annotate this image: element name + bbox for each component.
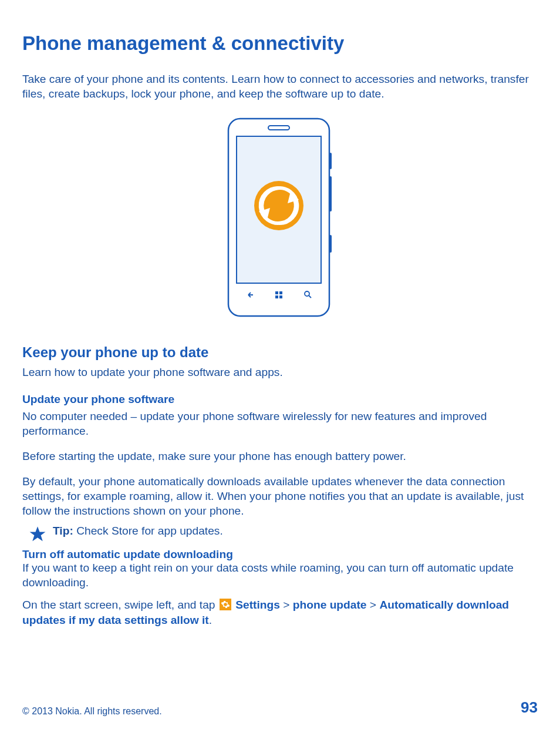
- tip-body: Check Store for app updates.: [73, 525, 223, 537]
- section-lead: Learn how to update your phone software …: [22, 365, 538, 380]
- update-p3: By default, your phone automatically dow…: [22, 475, 538, 519]
- svg-rect-11: [275, 295, 278, 298]
- svg-rect-4: [268, 126, 289, 130]
- svg-rect-9: [275, 291, 278, 294]
- settings-gear-icon: [220, 599, 231, 610]
- svg-rect-2: [329, 176, 332, 211]
- update-p1: No computer needed – update your phone s…: [22, 409, 538, 439]
- intro-paragraph: Take care of your phone and its contents…: [22, 72, 538, 101]
- svg-rect-12: [279, 295, 282, 298]
- tip-label: Tip:: [53, 525, 73, 537]
- tip-row: Tip: Check Store for app updates.: [22, 525, 538, 542]
- tip-text: Tip: Check Store for app updates.: [53, 525, 538, 538]
- phone-illustration: [22, 117, 538, 320]
- path-phone-update: phone update: [293, 599, 367, 611]
- copyright-text: © 2013 Nokia. All rights reserved.: [22, 706, 162, 717]
- topic-update-software: Update your phone software: [22, 393, 538, 406]
- path-intro: On the start screen, swipe left, and tap: [22, 599, 218, 611]
- topic-turn-off-auto: Turn off automatic update downloading: [22, 548, 538, 561]
- turn-off-p1: If you want to keep a tight rein on your…: [22, 561, 538, 590]
- path-sep-2: >: [367, 599, 380, 611]
- svg-rect-10: [279, 291, 282, 294]
- page-number: 93: [521, 698, 538, 717]
- path-sep-1: >: [280, 599, 293, 611]
- page-title: Phone management & connectivity: [22, 32, 538, 55]
- page-footer: © 2013 Nokia. All rights reserved. 93: [22, 698, 538, 717]
- update-p2: Before starting the update, make sure yo…: [22, 449, 538, 464]
- svg-marker-14: [30, 526, 46, 541]
- section-heading-keep-up-to-date: Keep your phone up to date: [22, 344, 538, 361]
- path-dot: .: [209, 614, 212, 626]
- star-icon: [22, 525, 53, 542]
- svg-rect-1: [329, 153, 332, 169]
- nav-path: On the start screen, swipe left, and tap…: [22, 597, 538, 628]
- svg-rect-3: [329, 235, 332, 253]
- path-settings: Settings: [235, 599, 280, 611]
